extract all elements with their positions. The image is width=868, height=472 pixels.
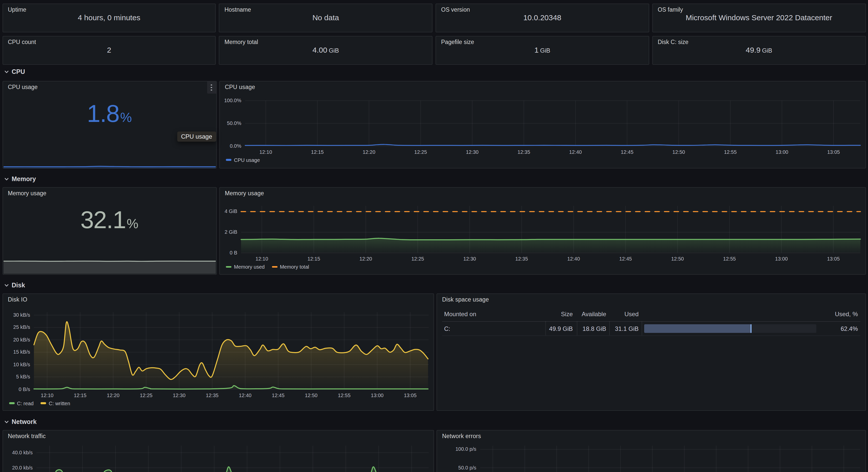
stat-value-text: 1 [534,45,538,54]
cpu-usage-stat-panel: CPU usage 1.8 % CPU usage [2,81,216,168]
legend-label: CPU usage [234,157,260,163]
stat-value-unit: GiB [540,47,550,54]
x-axis-tick-label: 12:45 [263,392,293,398]
disk-io-chart[interactable]: 12:1012:1512:2012:2512:3012:3512:4012:45… [3,294,433,410]
y-axis-tick-label: 50.0% [227,121,241,126]
panel-title: Disk space usage [442,297,489,303]
col-header-size[interactable]: Size [518,311,573,318]
stat-panel-pagefile-size: Pagefile size1GiB [436,36,649,65]
stat-value: 49.9GiB [656,45,862,63]
x-axis-tick-label: 12:40 [230,392,260,398]
table-header-divider [442,321,860,322]
cpu-usage-graph-svg [245,101,860,146]
x-axis-tick-label: 13:05 [818,256,848,262]
x-axis-tick-label: 12:35 [509,149,539,155]
network-traffic-chart-panel: Network traffic 12:1012:1512:2012:2512:3… [2,430,434,472]
series-area-memory-usage [3,261,215,273]
legend-label: Memory total [280,264,309,270]
y-axis-tick-label: 30 kB/s [13,312,30,318]
legend-item-cpu-usage[interactable]: CPU usage [226,157,260,163]
legend-swatch [272,266,277,268]
y-axis-tick-label: 20 kB/s [13,337,30,342]
x-axis-tick-label: 12:35 [506,256,537,262]
cpu-usage-chart-panel: CPU usage 12:1012:1512:2012:2512:3012:35… [219,81,866,168]
legend-item-c-read[interactable]: C: read [9,400,34,406]
stat-panel-memory-total: Memory total4.00GiB [219,36,433,65]
col-header-used[interactable]: Used [609,311,639,318]
stat-value: 10.0.20348 [439,13,646,31]
network-errors-chart[interactable]: 100.0 p/s50.0 p/s [437,431,865,472]
memory-usage-chart-panel: Memory usage 12:1012:1512:2012:2512:3012… [219,187,866,274]
y-axis-tick-label: 0 B/s [19,386,30,392]
stat-value: 4.00GiB [223,45,429,63]
legend-label: Memory used [234,264,265,270]
stat-title: Pagefile size [441,39,474,45]
x-axis-tick-label: 12:30 [164,392,194,398]
series-area-c-written [34,322,428,389]
y-axis-tick-label: 2 GiB [225,229,237,235]
y-axis-tick-label: 10 kB/s [13,362,30,367]
panel-title: Memory usage [8,190,46,196]
cell-used-pct: 62.4% [792,325,858,332]
y-axis-tick-label: 100.0 p/s [456,446,476,452]
y-axis-tick-label: 100.0% [224,98,241,103]
memory-usage-spark-svg [3,259,215,273]
stat-value-text: 49.9 [746,45,761,54]
stat-title: Disk C: size [658,39,688,45]
memory-usage-graph-svg [241,206,860,253]
section-header-disk[interactable]: Disk [4,281,25,290]
y-axis-tick-label: 25 kB/s [13,325,30,330]
x-axis-tick-label: 12:55 [715,149,745,155]
stat-value-text: Microsoft Windows Server 2022 Datacenter [686,13,832,22]
stat-value-text: No data [312,13,339,22]
bar-gauge-edge [750,324,751,333]
chevron-down-icon [4,176,9,181]
x-axis-tick-label: 12:50 [296,392,327,398]
col-header-mounted-on[interactable]: Mounted on [444,311,476,318]
section-label: Memory [12,175,36,182]
bar-gauge-fill [644,324,751,333]
section-header-cpu[interactable]: CPU [4,67,25,76]
kebab-menu-icon [211,85,212,86]
cpu-usage-chart[interactable]: 12:1012:1512:2012:2512:3012:3512:4012:45… [220,81,865,168]
x-axis-tick-label: 12:10 [247,256,277,262]
network-traffic-chart[interactable]: 12:1012:1512:2012:2512:3012:3512:4012:45… [3,431,433,472]
legend-label: C: read [17,400,34,406]
legend-item-memory-total[interactable]: Memory total [272,264,309,270]
x-axis-tick-label: 12:30 [457,149,488,155]
column-divider [545,321,546,335]
x-axis-tick-label: 12:15 [299,256,329,262]
legend-item-c-written[interactable]: C: written [41,400,70,406]
cell-mounted-on: C: [444,325,450,332]
x-axis-tick-label: 12:25 [405,149,436,155]
y-axis-tick-label: 0 B [230,250,237,256]
panel-title: CPU usage [8,84,38,90]
panel-menu-button[interactable] [207,81,216,94]
x-axis-tick-label: 12:15 [302,149,333,155]
section-header-network[interactable]: Network [4,417,37,427]
x-axis-tick-label: 12:55 [714,256,745,262]
disk-io-graph-svg [34,312,429,389]
memory-usage-stat-panel: Memory usage 32.1 % [2,187,216,274]
series-tooltip: CPU usage [177,132,216,142]
stat-panel-disk-c-size: Disk C: size49.9GiB [652,36,866,65]
x-axis-tick-label: 12:50 [663,149,694,155]
x-axis-tick-label: 13:00 [766,256,797,262]
stat-value-text: 4 hours, 0 minutes [78,13,140,22]
memory-usage-chart[interactable]: 12:1012:1512:2012:2512:3012:3512:4012:45… [220,188,865,274]
column-divider [577,321,577,335]
col-header-used-pct[interactable]: Used, % [792,311,858,318]
stat-value: 2 [6,45,212,63]
x-axis-tick-label: 12:15 [65,392,95,398]
section-header-memory[interactable]: Memory [4,174,36,183]
stat-value: 1GiB [439,45,646,63]
stat-value: No data [223,13,429,31]
panel-title: CPU usage [225,84,255,90]
col-header-available[interactable]: Available [577,311,606,318]
grafana-dashboard: Uptime4 hours, 0 minutesHostnameNo dataO… [0,0,868,472]
legend-item-memory-used[interactable]: Memory used [226,264,265,270]
chevron-down-icon [4,283,9,288]
cpu-usage-value: 1.8 % [6,100,213,160]
legend-swatch [9,402,14,404]
section-label: Disk [12,282,25,289]
